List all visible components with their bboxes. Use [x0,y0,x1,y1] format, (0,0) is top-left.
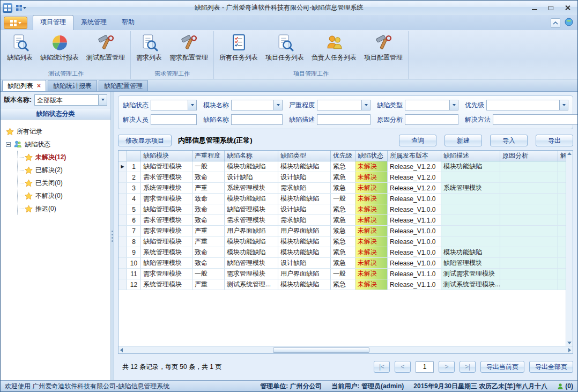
dropdown-button[interactable] [188,100,196,110]
query-button[interactable]: 查询 [399,135,436,146]
ribbon-tab-system-management[interactable]: 系统管理 [73,15,114,30]
column-header-type[interactable]: 缺陷类型 [278,151,331,161]
last-page-button[interactable]: >| [460,361,476,373]
dropdown-button[interactable] [559,100,568,110]
defect-name-input[interactable] [231,114,283,125]
project-config-button[interactable]: 项目配置管理 [360,32,406,63]
maximize-button[interactable] [543,3,559,13]
application-menu-button[interactable] [4,17,27,29]
next-page-button[interactable]: > [439,361,455,373]
tree-item-wont-fix[interactable]: 不解决(0) [18,189,110,202]
cell-version: Release_V1.1.0 [388,269,441,279]
module-name-select[interactable] [231,100,283,110]
tree-item-unresolved[interactable]: 未解决(12) [18,151,110,164]
table-row[interactable]: 2需求管理模块致命设计缺陷设计缺陷紧急未解决Release_V1.2.0 [118,172,566,183]
dropdown-button[interactable] [98,95,107,105]
table-row[interactable]: 11需求管理模块一般需求管理模块用户界面缺陷一般未解决Release_V1.1.… [118,269,566,279]
requirement-config-button[interactable]: 需求配置管理 [166,32,212,63]
new-button[interactable]: 新建 [444,135,482,146]
table-row[interactable]: 9系统管理模块致命模块功能缺陷模块功能缺陷紧急未解决Release_V1.0.0… [118,247,566,258]
minimize-button[interactable] [527,3,542,13]
scrollbar-thumb[interactable] [273,347,369,353]
defect-list-button[interactable]: 缺陷列表 [3,32,36,63]
sidebar-splitter[interactable] [110,92,114,380]
main-panel: 缺陷状态 模块名称 严重程度 缺陷类型 [114,92,577,380]
tree-item-all-records[interactable]: 所有记录 [6,125,110,138]
defect-status-tree: 所有记录 缺陷状态 未解决(12) 已解决(2) [1,120,110,380]
ribbon-tab-help[interactable]: 帮助 [114,15,142,30]
grid-header: 缺陷模块 严重程度 缺陷名称 缺陷类型 优先级 缺陷状态 所属发布版本 缺陷描述… [118,151,566,161]
column-header-name[interactable]: 缺陷名称 [225,151,278,161]
version-select[interactable]: 全部版本 [34,94,107,106]
export-button[interactable]: 导出 [536,135,573,146]
chevron-down-icon [18,22,21,24]
ribbon-button-label: 缺陷列表 [7,53,33,62]
dropdown-button[interactable] [273,100,282,110]
tree-item-resolved[interactable]: 已解决(2) [18,164,110,176]
export-all-pages-button[interactable]: 导出全部页 [529,361,573,373]
table-row[interactable]: 4需求管理模块致命模块功能缺陷模块功能缺陷一般未解决Release_V1.0.0 [118,194,566,204]
table-row[interactable]: 8缺陷管理模块严重模块功能缺陷模块功能缺陷紧急未解决Release_V1.0.0 [118,236,566,247]
about-sphere-icon[interactable] [565,18,573,28]
dropdown-button[interactable] [361,100,370,110]
import-button[interactable]: 导入 [490,135,528,146]
cause-analysis-input[interactable] [405,114,458,125]
collapse-expander-icon[interactable] [6,142,11,147]
column-header-priority[interactable]: 优先级 [331,151,355,161]
priority-select[interactable] [486,100,568,110]
table-row[interactable]: 5缺陷管理模块致命缺陷管理模块设计缺陷紧急未解决Release_V1.0.0 [118,204,566,215]
quick-access-menu-icon[interactable] [14,4,28,12]
severity-select[interactable] [317,100,370,110]
collapse-ribbon-button[interactable] [551,18,560,28]
column-header-module[interactable]: 缺陷模块 [141,151,192,161]
column-header-solution[interactable]: 解决 [558,151,566,161]
ribbon-tab-project-management[interactable]: 项目管理 [33,15,73,30]
cell-solution [558,183,566,193]
column-header-desc[interactable]: 缺陷描述 [441,151,500,161]
column-header-severity[interactable]: 严重程度 [192,151,225,161]
horizontal-scrollbar[interactable] [118,346,573,353]
tree-item-defect-status[interactable]: 缺陷状态 [6,138,110,151]
doc-tab-defect-list[interactable]: 缺陷列表 × [2,80,46,91]
page-number-input[interactable] [416,361,434,373]
cell-status: 未解决 [355,204,388,215]
requirement-list-button[interactable]: 需求列表 [132,32,166,63]
defect-desc-input[interactable] [317,114,370,125]
owner-tasks-button[interactable]: 负责人任务列表 [308,32,360,63]
scroll-right-icon [568,348,571,352]
column-header-analysis[interactable]: 原因分析 [500,151,558,161]
column-header-status[interactable]: 缺陷状态 [355,151,388,161]
defect-type-select[interactable] [405,100,458,110]
first-page-button[interactable]: |< [374,361,390,373]
table-row[interactable]: 6需求管理模块致命需求管理模块需求缺陷紧急未解决Release_V1.1.0 [118,215,566,226]
defect-status-select[interactable] [151,100,197,110]
row-indicator-cell [118,194,127,204]
defect-report-button[interactable]: 缺陷统计报表 [36,32,83,63]
tree-item-closed[interactable]: 已关闭(0) [18,176,110,189]
table-row[interactable]: 3系统管理模块严重系统管理模块需求缺陷紧急未解决Release_V1.2.0系统… [118,183,566,194]
resolver-input[interactable] [151,114,197,125]
prev-page-button[interactable]: < [395,361,411,373]
project-tasks-button[interactable]: 项目任务列表 [262,32,308,63]
table-row[interactable]: 10缺陷管理模块致命缺陷管理模块设计缺陷紧急未解决Release_V1.0.0缺… [118,258,566,269]
close-tab-icon[interactable]: × [37,83,41,89]
table-row[interactable]: 7需求管理模块严重用户界面缺陷用户界面缺陷紧急未解决Release_V1.0.0 [118,226,566,236]
cell-status: 未解决 [355,172,388,182]
dropdown-button[interactable] [449,100,458,110]
table-row[interactable]: ▶1缺陷管理模块一般模块功能缺陷模块功能缺陷紧急未解决Release_V1.2.… [118,161,566,172]
test-config-button[interactable]: 测试配置管理 [83,32,129,63]
vertical-scrollbar[interactable] [566,151,573,346]
solution-input[interactable] [493,114,578,125]
cell-version: Release_V1.0.0 [388,194,441,204]
all-tasks-button[interactable]: 所有任务列表 [216,32,262,63]
cell-status: 未解决 [355,226,388,236]
doc-tab-defect-report[interactable]: 缺陷统计报表 [48,80,97,91]
close-button[interactable] [560,3,575,13]
content-area: 版本名称: 全部版本 缺陷状态分类 所有记录 缺陷状态 [1,92,577,380]
column-header-version[interactable]: 所属发布版本 [388,151,441,161]
modify-columns-button[interactable]: 修改显示项目 [118,135,172,146]
tree-item-postponed[interactable]: 推迟(0) [18,202,110,215]
export-current-page-button[interactable]: 导出当前页 [480,361,524,373]
doc-tab-defect-config[interactable]: 缺陷配置管理 [99,80,148,91]
table-row[interactable]: 12系统管理模块严重测试系统管理...模块功能缺陷紧急未解决Release_V1… [118,279,566,290]
